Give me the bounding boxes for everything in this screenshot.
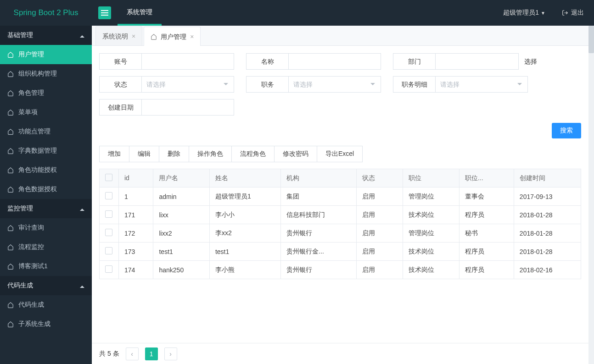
pager-page-1[interactable]: 1 <box>145 347 158 360</box>
filter-account: 账号 <box>99 53 234 70</box>
select-all-checkbox[interactable] <box>105 174 112 181</box>
sidebar-item[interactable]: 博客测试1 <box>0 257 92 276</box>
col-header[interactable]: 创建时间 <box>514 169 581 188</box>
col-header[interactable]: 姓名 <box>209 169 280 188</box>
brand: Spring Boot 2 Plus <box>0 0 92 26</box>
data-table: id用户名姓名机构状态职位职位...创建时间 1admin超级管理员1集团启用管… <box>99 169 581 279</box>
sidebar-item[interactable]: 角色数据授权 <box>0 180 92 199</box>
row-checkbox[interactable] <box>105 192 112 199</box>
filter-name: 名称 <box>246 53 381 70</box>
user-name: 超级管理员1 <box>503 9 539 17</box>
top-tab-system[interactable]: 系统管理 <box>118 0 162 26</box>
col-header[interactable]: 机构 <box>281 169 357 188</box>
filter-create-date: 创建日期 <box>99 99 234 116</box>
content-tab[interactable]: 用户管理× <box>144 27 201 46</box>
sidebar-item[interactable]: 字典数据管理 <box>0 141 92 160</box>
filter-bar: 账号 名称 部门 选择 状态 请选择 <box>99 53 581 116</box>
sidebar-item[interactable]: 审计查询 <box>0 218 92 237</box>
toolbar-button[interactable]: 操作角色 <box>189 146 232 162</box>
search-button[interactable]: 搜索 <box>552 123 581 138</box>
col-header[interactable]: id <box>119 169 153 188</box>
table-row[interactable]: 174hank250李小熊贵州银行启用技术岗位程序员2018-02-16 <box>100 261 581 279</box>
dept-input[interactable] <box>436 54 518 69</box>
sidebar-item[interactable]: 组织机构管理 <box>0 64 92 83</box>
sidebar-group[interactable]: 代码生成 <box>0 276 92 295</box>
account-input[interactable] <box>142 54 234 69</box>
logout-button[interactable]: 退出 <box>552 9 594 17</box>
header: Spring Boot 2 Plus 系统管理 超级管理员1 ▼ 退出 <box>0 0 594 26</box>
content-tab[interactable]: 系统说明× <box>95 26 142 45</box>
filter-status: 状态 请选择 <box>99 76 234 93</box>
main-area: 系统说明×用户管理× 账号 名称 部门 选择 <box>92 26 588 364</box>
dept-select-link[interactable]: 选择 <box>524 53 537 70</box>
sidebar: 基础管理用户管理组织机构管理角色管理菜单项功能点管理字典数据管理角色功能授权角色… <box>0 26 92 364</box>
table-row[interactable]: 171lixx李小小信息科技部门启用技术岗位程序员2018-01-28 <box>100 206 581 224</box>
row-checkbox[interactable] <box>105 247 112 254</box>
filter-job: 职务 请选择 <box>246 76 381 93</box>
content: 账号 名称 部门 选择 状态 请选择 <box>92 46 588 364</box>
sidebar-item[interactable]: 菜单项 <box>0 103 92 122</box>
pager: 共 5 条 ‹ 1 › <box>92 343 588 364</box>
sidebar-item[interactable]: 角色管理 <box>0 83 92 103</box>
user-menu[interactable]: 超级管理员1 ▼ <box>497 9 552 17</box>
sidebar-item[interactable]: 角色功能授权 <box>0 160 92 180</box>
pager-next[interactable]: › <box>164 347 177 360</box>
filter-dept: 部门 <box>393 53 519 70</box>
col-header[interactable]: 职位 <box>403 169 459 188</box>
sidebar-toggle[interactable] <box>98 6 111 19</box>
sidebar-item[interactable]: 子系统生成 <box>0 314 92 334</box>
close-icon[interactable]: × <box>190 27 194 46</box>
toolbar-button[interactable]: 编辑 <box>129 146 159 162</box>
job-detail-select[interactable]: 请选择 <box>436 77 527 92</box>
toolbar-button[interactable]: 流程角色 <box>232 146 275 162</box>
scrollbar[interactable] <box>588 26 594 364</box>
toolbar-button[interactable]: 增加 <box>99 146 129 162</box>
table-row[interactable]: 1admin超级管理员1集团启用管理岗位董事会2017-09-13 <box>100 188 581 206</box>
row-checkbox[interactable] <box>105 265 112 273</box>
sidebar-item[interactable]: 功能点管理 <box>0 122 92 141</box>
sidebar-item[interactable]: 代码生成 <box>0 295 92 314</box>
row-checkbox[interactable] <box>105 229 112 236</box>
toolbar: 增加编辑删除操作角色流程角色修改密码导出Excel <box>99 146 581 162</box>
sidebar-group[interactable]: 监控管理 <box>0 199 92 218</box>
create-date-input[interactable] <box>142 99 234 115</box>
table-row[interactable]: 173test1test1贵州银行金...启用技术岗位程序员2018-01-28 <box>100 243 581 261</box>
status-select[interactable]: 请选择 <box>142 77 234 92</box>
pager-total: 共 5 条 <box>99 350 119 358</box>
home-icon <box>151 33 157 40</box>
col-header[interactable]: 状态 <box>357 169 403 188</box>
close-icon[interactable]: × <box>132 27 135 46</box>
filter-job-detail: 职务明细 请选择 <box>393 76 528 93</box>
toolbar-button[interactable]: 修改密码 <box>275 146 317 162</box>
sidebar-group[interactable]: 基础管理 <box>0 26 92 45</box>
pager-prev[interactable]: ‹ <box>126 347 139 360</box>
job-select[interactable]: 请选择 <box>289 77 381 92</box>
sidebar-item[interactable]: 用户管理 <box>0 45 92 64</box>
content-tabs: 系统说明×用户管理× <box>92 26 588 46</box>
toolbar-button[interactable]: 导出Excel <box>317 146 363 162</box>
name-input[interactable] <box>289 54 381 69</box>
row-checkbox[interactable] <box>105 210 112 218</box>
toolbar-button[interactable]: 删除 <box>159 146 189 162</box>
col-header[interactable]: 职位... <box>459 169 514 188</box>
col-header[interactable]: 用户名 <box>153 169 209 188</box>
table-row[interactable]: 172lixx2李xx2贵州银行启用管理岗位秘书2018-01-28 <box>100 224 581 243</box>
logout-icon <box>562 10 568 16</box>
sidebar-item[interactable]: 流程监控 <box>0 237 92 257</box>
